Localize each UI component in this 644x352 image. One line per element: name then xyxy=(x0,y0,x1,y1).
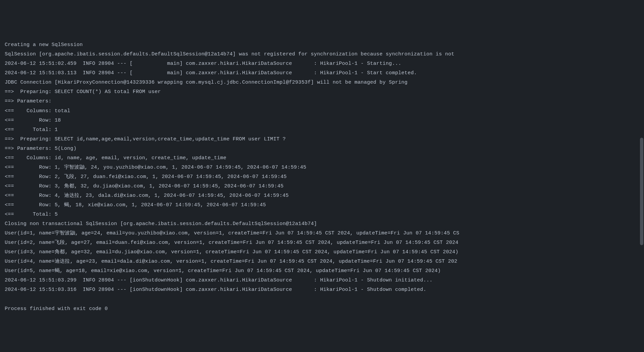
log-line: <== Row: 2, 飞段, 27, duan.fei@xiao.com, 1… xyxy=(5,174,287,180)
log-line: <== Row: 18 xyxy=(5,118,61,123)
log-line: SqlSession [org.apache.ibatis.session.de… xyxy=(5,51,454,57)
log-line: <== Row: 3, 角都, 32, du.jiao@xiao.com, 1,… xyxy=(5,183,284,189)
log-line: Process finished with exit code 0 xyxy=(5,306,108,312)
log-line: 2024-06-12 15:51:03.299 INFO 28904 --- [… xyxy=(5,277,432,283)
log-line: <== Total: 1 xyxy=(5,127,58,133)
log-line: <== Columns: total xyxy=(5,108,70,114)
log-line: <== Row: 4, 迪达拉, 23, dala.di@xiao.com, 1… xyxy=(5,193,289,199)
log-line: <== Row: 5, 蝎, 18, xie@xiao.com, 1, 2024… xyxy=(5,202,266,208)
log-line: User(id=3, name=角都, age=32, email=du.jia… xyxy=(5,249,458,255)
log-line: <== Total: 5 xyxy=(5,212,58,217)
scrollbar-thumb[interactable] xyxy=(640,138,643,245)
log-line: User(id=2, name=飞段, age=27, email=duan.f… xyxy=(5,240,458,246)
log-line: Closing non transactional SqlSession [or… xyxy=(5,221,317,227)
log-line: Creating a new SqlSession xyxy=(5,42,83,48)
log-line: 2024-06-12 15:51:02.459 INFO 28904 --- [… xyxy=(5,61,401,67)
log-line: 2024-06-12 15:51:03.113 INFO 28904 --- [… xyxy=(5,70,417,76)
log-line: User(id=4, name=迪达拉, age=23, email=dala.… xyxy=(5,259,457,264)
scrollbar-track[interactable] xyxy=(640,0,643,352)
log-line: ==> Parameters: 5(Long) xyxy=(5,146,77,151)
log-line: User(id=5, name=蝎, age=18, email=xie@xia… xyxy=(5,268,441,274)
log-line: <== Columns: id, name, age, email, versi… xyxy=(5,155,226,161)
log-line: ==> Preparing: SELECT id,name,age,email,… xyxy=(5,136,286,142)
log-line: ==> Parameters: xyxy=(5,98,55,104)
console-output[interactable]: Creating a new SqlSession SqlSession [or… xyxy=(5,40,644,313)
log-line: ==> Preparing: SELECT COUNT(*) AS total … xyxy=(5,89,161,95)
log-line: User(id=1, name=宇智波鼬, age=24, email=you.… xyxy=(5,230,459,236)
log-line: JDBC Connection [HikariProxyConnection@1… xyxy=(5,80,408,85)
log-line: 2024-06-12 15:51:03.316 INFO 28904 --- [… xyxy=(5,287,426,293)
log-line: <== Row: 1, 宇智波鼬, 24, you.yuzhibo@xiao.c… xyxy=(5,165,306,170)
